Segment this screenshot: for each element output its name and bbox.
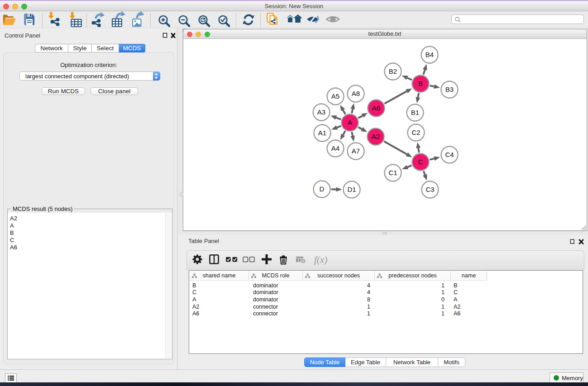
svg-text:C4: C4 bbox=[445, 151, 454, 158]
svg-text:C2: C2 bbox=[411, 129, 420, 136]
svg-text:B1: B1 bbox=[411, 109, 419, 116]
svg-text:C1: C1 bbox=[388, 169, 397, 176]
svg-text:A6: A6 bbox=[372, 104, 380, 112]
svg-text:B2: B2 bbox=[388, 67, 397, 75]
svg-text:C3: C3 bbox=[425, 186, 434, 193]
svg-text:A2: A2 bbox=[371, 133, 379, 140]
svg-text:B4: B4 bbox=[425, 51, 433, 58]
svg-text:A5: A5 bbox=[331, 92, 339, 100]
svg-text:A3: A3 bbox=[317, 108, 325, 116]
svg-text:C: C bbox=[418, 158, 423, 166]
svg-text:A: A bbox=[347, 119, 352, 126]
svg-text:D: D bbox=[319, 185, 324, 193]
svg-text:B: B bbox=[418, 80, 422, 87]
svg-text:A1: A1 bbox=[318, 129, 326, 137]
svg-text:A7: A7 bbox=[351, 147, 359, 155]
svg-text:A8: A8 bbox=[351, 90, 359, 97]
svg-text:D1: D1 bbox=[347, 186, 356, 193]
svg-text:B3: B3 bbox=[445, 86, 453, 93]
svg-text:A4: A4 bbox=[331, 144, 339, 152]
